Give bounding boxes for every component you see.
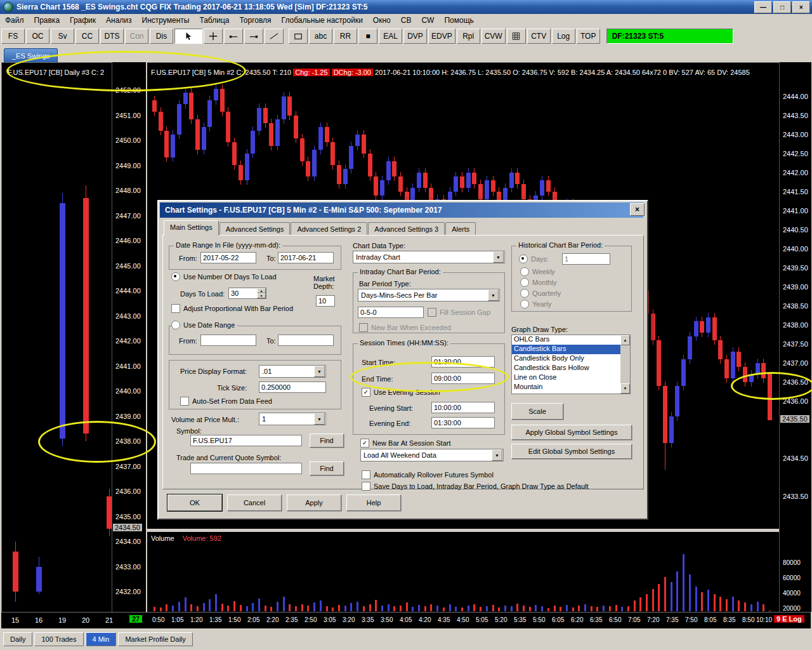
menu-[interactable]: Файл — [0, 15, 29, 26]
days-radio[interactable]: Days: — [519, 255, 549, 263]
symbol-field[interactable] — [190, 435, 302, 446]
apply-global-symbol-settings-button[interactable]: Apply Global Symbol Settings — [511, 425, 632, 440]
tab-4-min[interactable]: 4 Min — [86, 632, 117, 646]
auto-rollover-checkbox[interactable]: Automatically Rollover Futures Symbol — [362, 470, 494, 479]
scroll-down-icon[interactable] — [620, 383, 630, 394]
menu-[interactable]: График — [65, 15, 101, 26]
historical-days-field[interactable] — [562, 253, 610, 265]
volume-subgraph-area[interactable] — [147, 532, 779, 611]
volume-mult-dropdown[interactable]: 1 — [259, 413, 326, 425]
eal-button[interactable]: EAL — [379, 29, 402, 44]
date-to-field[interactable] — [278, 252, 334, 263]
line-tool-right-button[interactable] — [244, 29, 263, 44]
log-alert-badge[interactable]: 9 E Log — [774, 615, 804, 623]
trade-symbol-find-button[interactable]: Find — [310, 461, 344, 475]
dvp-button[interactable]: DVP — [403, 29, 427, 44]
chevron-down-icon[interactable] — [493, 251, 504, 263]
daily-chart-area[interactable] — [5, 81, 112, 612]
dis-button[interactable]: Dis — [150, 29, 173, 44]
menu-[interactable]: Анализ — [101, 15, 137, 26]
menu-cb[interactable]: CB — [396, 15, 417, 26]
quarterly-radio[interactable]: Quarterly — [520, 289, 561, 298]
bar-period-field[interactable] — [358, 307, 424, 318]
udr-to-field[interactable] — [278, 335, 334, 346]
adjust-proportional-checkbox[interactable]: Adjust Proportional With Bar Period — [171, 304, 293, 313]
ctv-button[interactable]: CTV — [527, 29, 551, 44]
fill-session-gap-checkbox[interactable]: Fill Session Gap — [428, 308, 490, 317]
trade-symbol-field[interactable] — [190, 463, 302, 474]
tab-market-profile-daily[interactable]: Market Profile Daily — [118, 632, 192, 646]
menu-[interactable]: Торговля — [234, 15, 276, 26]
edvp-button[interactable]: EDVP — [428, 29, 455, 44]
menu-[interactable]: Правка — [29, 15, 65, 26]
dts-button[interactable]: DTS — [100, 29, 124, 44]
dialog-tab-advanced-settings[interactable]: Advanced Settings — [219, 222, 291, 235]
restore-button[interactable]: □ — [773, 1, 791, 13]
text-tool-button[interactable]: abc — [309, 29, 332, 44]
scroll-up-icon[interactable] — [620, 335, 630, 345]
symbol-find-button[interactable]: Find — [310, 434, 344, 448]
tpo-grid-button[interactable] — [507, 29, 526, 44]
new-bar-at-session-start-checkbox[interactable]: New Bar At Session Start — [360, 439, 451, 448]
bar-period-type-dropdown[interactable]: Days-Mins-Secs Per Bar — [358, 289, 500, 302]
end-time-field[interactable] — [431, 373, 495, 384]
auto-set-checkbox[interactable]: Auto-Set From Data Feed — [180, 397, 272, 406]
scale-button[interactable]: Scale — [511, 403, 563, 420]
fs-button[interactable]: FS — [1, 29, 25, 44]
tab-daily[interactable]: Daily — [3, 632, 32, 646]
menu-[interactable]: Глобальные настройки — [277, 15, 368, 26]
menu-cw[interactable]: CW — [416, 15, 439, 26]
menu-[interactable]: Инструменты — [137, 15, 195, 26]
evening-start-field[interactable] — [431, 402, 495, 413]
start-time-field[interactable] — [431, 356, 495, 368]
weekend-data-dropdown[interactable]: Load All Weekend Data — [360, 449, 504, 461]
list-item-line-on-close[interactable]: Line on Close — [512, 373, 624, 383]
evening-end-field[interactable] — [431, 417, 495, 428]
use-days-to-load-radio[interactable]: Use Number Of Days To Load — [171, 272, 277, 281]
dialog-tab-advanced-settings-2[interactable]: Advanced Settings 2 — [291, 222, 367, 235]
square-marker-button[interactable]: ■ — [358, 29, 377, 44]
rr-button[interactable]: RR — [334, 29, 357, 44]
dialog-close-button[interactable]: × — [630, 203, 645, 216]
list-scrollbar[interactable] — [620, 335, 630, 394]
list-item-ohlc-bars[interactable]: OHLC Bars — [512, 335, 624, 345]
use-evening-session-checkbox[interactable]: Use Evening Session — [362, 388, 440, 397]
chevron-down-icon[interactable] — [488, 289, 499, 301]
date-from-field[interactable] — [200, 252, 256, 263]
list-item-candlestick-bars[interactable]: Candlestick Bars — [512, 345, 624, 354]
chevron-down-icon[interactable] — [314, 413, 325, 425]
market-depth-field[interactable] — [316, 295, 335, 307]
price-display-format-dropdown[interactable]: .01 — [259, 365, 326, 378]
spin-down-icon[interactable] — [257, 293, 266, 298]
new-bar-when-exceeded-checkbox[interactable]: New Bar When Exceeded — [359, 323, 451, 332]
spin-up-icon[interactable] — [257, 288, 266, 293]
oc-button[interactable]: OC — [26, 29, 49, 44]
tab-100-trades[interactable]: 100 Trades — [34, 632, 83, 646]
monthly-radio[interactable]: Monthly — [520, 278, 557, 287]
dialog-tab-main-settings[interactable]: Main Settings — [164, 220, 219, 235]
chart-data-type-dropdown[interactable]: Intraday Chart — [353, 251, 505, 263]
chevron-down-icon[interactable] — [492, 449, 502, 461]
use-date-range-radio[interactable]: Use Date Range — [171, 321, 237, 329]
chevron-down-icon[interactable] — [314, 366, 325, 377]
rpl-button[interactable]: Rpl — [457, 29, 480, 44]
close-button[interactable]: × — [792, 1, 810, 13]
dialog-tab-alerts[interactable]: Alerts — [445, 222, 476, 235]
cvw-button[interactable]: CVW — [481, 29, 506, 44]
edit-global-symbol-settings-button[interactable]: Edit Global Symbol Settings — [511, 444, 632, 459]
ok-button[interactable]: OK — [167, 494, 222, 511]
top-button[interactable]: TOP — [577, 29, 600, 44]
intraday-price-scale[interactable]: 2444.002443.502443.002442.502442.002441.… — [779, 62, 811, 612]
days-to-load-spinner[interactable] — [257, 288, 266, 298]
crosshair-tool-button[interactable] — [204, 29, 223, 44]
line-tool-left-button[interactable] — [224, 29, 243, 44]
dialog-tab-advanced-settings-3[interactable]: Advanced Settings 3 — [368, 222, 445, 235]
log-button[interactable]: Log — [552, 29, 575, 44]
apply-button[interactable]: Apply — [287, 494, 341, 511]
save-defaults-checkbox[interactable]: Save Days to Load, Intraday Bar Period, … — [362, 482, 589, 491]
graph-draw-type-list[interactable]: OHLC BarsCandlestick BarsCandlestick Bod… — [511, 335, 631, 394]
cancel-button[interactable]: Cancel — [227, 494, 282, 511]
menu-[interactable]: Таблица — [194, 15, 234, 26]
yearly-radio[interactable]: Yearly — [520, 300, 551, 308]
trendline-tool-button[interactable] — [265, 29, 284, 44]
